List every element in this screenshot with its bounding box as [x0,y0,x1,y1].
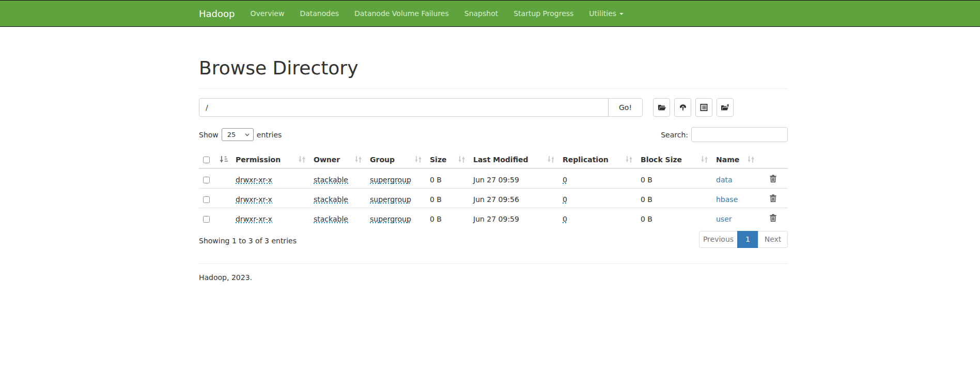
footer-divider [199,263,788,264]
cell-name-link[interactable]: hbase [716,195,738,204]
upload-icon [679,104,687,111]
col-header-replication[interactable]: Replication [558,151,636,168]
pagination-next[interactable]: Next [758,231,788,248]
navbar-menu: Overview Datanodes Datanode Volume Failu… [242,9,631,18]
nav-item-startup-progress[interactable]: Startup Progress [506,9,581,18]
sort-both-icon [458,155,465,163]
cell-replication[interactable]: 0 [563,215,567,223]
cell-replication[interactable]: 0 [563,195,567,204]
col-header-block-size[interactable]: Block Size [636,151,712,168]
nav-item-datanodes[interactable]: Datanodes [292,9,347,18]
utilities-label: Utilities [589,9,616,18]
navbar-brand[interactable]: Hadoop [199,8,235,19]
cell-permission[interactable]: drwxr-xr-x [236,176,272,184]
sort-both-icon [298,155,306,163]
directory-path-input[interactable] [199,98,609,117]
row-checkbox[interactable] [203,196,210,203]
cell-last-modified: Jun 27 09:59 [473,215,519,223]
list-icon [700,104,708,111]
new-folder-button[interactable] [717,98,734,117]
upload-button[interactable] [674,98,691,117]
nav-item-snapshot[interactable]: Snapshot [457,9,506,18]
pagination: Previous 1 Next [699,231,788,248]
table-header-row: Permission Owner Group Size Last Modifie… [199,151,788,168]
col-header-last-modified[interactable]: Last Modified [469,151,558,168]
col-header-size[interactable]: Size [426,151,469,168]
navbar: Hadoop Overview Datanodes Datanode Volum… [0,0,980,27]
entries-select-value: 25 [227,131,236,138]
select-all-checkbox[interactable] [203,157,210,163]
search-control: Search: [661,127,788,142]
go-button[interactable]: Go! [608,98,643,117]
cell-permission[interactable]: drwxr-xr-x [236,215,272,223]
nav-item-datanode-volume-failures[interactable]: Datanode Volume Failures [347,9,457,18]
cell-owner[interactable]: stackable [314,215,348,223]
table-info: Showing 1 to 3 of 3 entries [199,237,297,245]
show-label: Show [199,131,219,139]
table-row: drwxr-xr-x stackable supergroup 0 B Jun … [199,208,788,227]
row-checkbox[interactable] [203,216,210,223]
page-header: Browse Directory [199,58,788,89]
nav-item-overview[interactable]: Overview [242,9,292,18]
col-header-group[interactable]: Group [366,151,426,168]
cell-group[interactable]: supergroup [370,215,411,223]
sort-both-icon [414,155,422,163]
delete-icon[interactable] [770,175,776,182]
cell-block-size: 0 B [641,195,652,204]
cell-owner[interactable]: stackable [314,195,348,204]
cell-last-modified: Jun 27 09:59 [473,176,519,184]
sort-both-icon [701,155,708,163]
open-folder-button[interactable] [653,98,670,117]
search-label: Search: [661,131,688,139]
select-caret-icon [245,133,250,136]
page-title: Browse Directory [199,58,788,79]
col-header-name[interactable]: Name [712,151,758,168]
search-input[interactable] [691,127,788,142]
row-checkbox[interactable] [203,177,210,183]
nav-item-utilities[interactable]: Utilities [581,9,631,18]
table-row: drwxr-xr-x stackable supergroup 0 B Jun … [199,188,788,208]
cell-name-link[interactable]: data [716,176,733,184]
table-row: drwxr-xr-x stackable supergroup 0 B Jun … [199,168,788,189]
footer-text: Hadoop, 2023. [199,273,788,282]
sort-asc-icon[interactable] [220,155,228,163]
entries-select[interactable]: 25 [222,128,254,141]
cell-block-size: 0 B [641,176,652,184]
length-control: Show 25 entries [199,128,282,141]
sort-both-icon [354,155,362,163]
cell-name-link[interactable]: user [716,215,732,223]
sort-both-icon [625,155,633,163]
caret-down-icon [619,13,624,15]
cell-last-modified: Jun 27 09:56 [473,195,519,204]
cell-permission[interactable]: drwxr-xr-x [236,195,272,204]
col-header-permission[interactable]: Permission [231,151,309,168]
list-button[interactable] [695,98,712,117]
sort-both-icon [747,155,755,163]
col-header-actions [758,151,788,168]
cell-size: 0 B [430,176,442,184]
toolbar [653,98,734,117]
cell-block-size: 0 B [641,215,652,223]
pagination-previous[interactable]: Previous [699,231,738,248]
cell-group[interactable]: supergroup [370,176,411,184]
sort-both-icon [547,155,555,163]
open-folder-icon [658,104,666,111]
directory-table: Permission Owner Group Size Last Modifie… [199,151,788,227]
cell-replication[interactable]: 0 [563,176,567,184]
delete-icon[interactable] [770,194,776,202]
pagination-page-1[interactable]: 1 [737,231,758,248]
new-folder-icon [721,104,729,111]
cell-size: 0 B [430,215,442,223]
entries-label: entries [257,131,282,139]
col-header-owner[interactable]: Owner [309,151,366,168]
cell-group[interactable]: supergroup [370,195,411,204]
cell-owner[interactable]: stackable [314,176,348,184]
cell-size: 0 B [430,195,442,204]
delete-icon[interactable] [770,214,776,222]
